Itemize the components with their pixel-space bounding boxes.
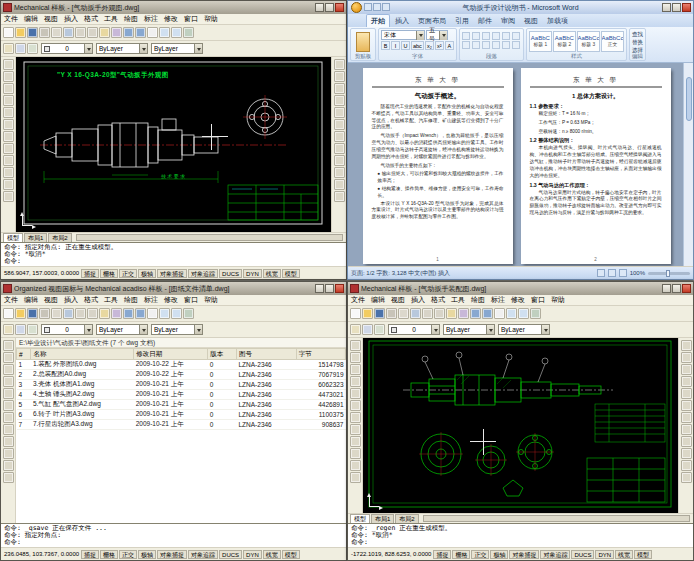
spline-icon[interactable] (350, 424, 361, 435)
editing-button[interactable]: 查找 (632, 31, 643, 38)
status-toggle[interactable]: 栅格 (100, 550, 118, 559)
file-row[interactable]: 3 3.壳体 机体图A1.dwg 2009-10-21 上午 0 LZNA-23… (17, 380, 346, 390)
array-icon[interactable] (334, 107, 345, 118)
rectangle-icon[interactable] (3, 388, 14, 399)
pan-icon[interactable] (147, 308, 158, 319)
arc-icon[interactable] (3, 119, 14, 130)
qnew-icon[interactable] (3, 308, 14, 319)
redo-icon[interactable] (482, 308, 493, 319)
column-header[interactable]: 版本 (208, 349, 237, 360)
font-format-button[interactable]: x₂ (425, 41, 434, 50)
font-format-button[interactable]: abc (411, 41, 424, 50)
menu-item[interactable]: 编辑 (21, 14, 41, 24)
web-layout-view-icon[interactable] (619, 269, 627, 277)
undo-icon[interactable] (123, 308, 134, 319)
font-size-combo[interactable]: 五号 (426, 30, 448, 40)
zoom-window-icon[interactable] (171, 308, 182, 319)
titlebar[interactable]: Mechanical 样板 - [气动扳手外观图.dwg] (1, 1, 346, 14)
layout1-tab[interactable]: 布局1 (24, 233, 47, 242)
status-toggle[interactable]: 栅格 (100, 269, 118, 278)
paste-icon[interactable] (99, 308, 110, 319)
polyline-icon[interactable] (350, 364, 361, 375)
vertical-scrollbar[interactable] (683, 63, 693, 266)
arc-icon[interactable] (350, 400, 361, 411)
linetype-combo[interactable]: ByLayer (498, 324, 550, 335)
make-object-layer-icon[interactable] (374, 324, 385, 335)
text-icon[interactable] (3, 472, 14, 483)
status-toggle[interactable]: DYN (243, 269, 262, 278)
text-icon[interactable] (3, 191, 14, 202)
menu-item[interactable]: 标注 (488, 295, 508, 305)
status-toggle[interactable]: DUCS (571, 550, 594, 559)
maximize-button[interactable] (672, 3, 681, 12)
command-prompt[interactable]: 命令: (4, 539, 343, 546)
menu-item[interactable]: 帮助 (201, 295, 221, 305)
status-toggle[interactable]: 极轴 (138, 269, 156, 278)
close-button[interactable] (335, 3, 344, 12)
menu-item[interactable]: 文件 (1, 295, 21, 305)
menu-item[interactable]: 视图 (388, 295, 408, 305)
copy-object-icon[interactable] (334, 71, 345, 82)
menu-item[interactable]: 绘图 (121, 295, 141, 305)
menu-item[interactable]: 插入 (408, 295, 428, 305)
menu-item[interactable]: 绘图 (121, 14, 141, 24)
copy-icon[interactable] (434, 308, 445, 319)
move-icon[interactable] (681, 400, 692, 411)
sort-icon[interactable] (502, 32, 510, 40)
polyline-icon[interactable] (3, 364, 14, 375)
document-area[interactable]: 东 華 大 學 气动扳手概述。随着现代工业的迅速发展，装配作业的机械化与自动化程… (348, 63, 693, 266)
layer-properties-icon[interactable] (350, 324, 361, 335)
polyline-icon[interactable] (3, 83, 14, 94)
move-icon[interactable] (334, 119, 345, 130)
color-combo[interactable]: ByLayer (443, 324, 495, 335)
status-toggle[interactable]: 线宽 (263, 269, 281, 278)
menu-item[interactable]: 文件 (348, 295, 368, 305)
plot-icon[interactable] (39, 27, 50, 38)
mirror-icon[interactable] (681, 364, 692, 375)
save-icon[interactable] (27, 27, 38, 38)
publish-icon[interactable] (63, 27, 74, 38)
polygon-icon[interactable] (3, 95, 14, 106)
undo-icon[interactable] (123, 27, 134, 38)
properties-icon[interactable] (530, 308, 541, 319)
save-icon[interactable] (364, 3, 372, 11)
align-left-icon[interactable] (462, 41, 470, 49)
circle-icon[interactable] (3, 131, 14, 142)
command-prompt[interactable]: 命令: (4, 258, 343, 265)
menu-item[interactable]: 工具 (448, 295, 468, 305)
rotate-icon[interactable] (334, 131, 345, 142)
full-screen-view-icon[interactable] (608, 269, 616, 277)
cut-icon[interactable] (75, 308, 86, 319)
file-row[interactable]: 2 2.总装配图A0.dwg 2009-10-22 上午 0 LZNA-2346… (17, 370, 346, 380)
circle-icon[interactable] (350, 412, 361, 423)
outdent-icon[interactable] (482, 32, 490, 40)
properties-icon[interactable] (183, 27, 194, 38)
column-header[interactable]: 修改日期 (134, 349, 208, 360)
ribbon-tab[interactable]: 开始 (366, 14, 390, 27)
status-toggle[interactable]: DYN (243, 550, 262, 559)
offset-icon[interactable] (334, 95, 345, 106)
close-button[interactable] (682, 284, 691, 293)
status-toggle[interactable]: 捕捉 (81, 550, 99, 559)
open-icon[interactable] (362, 308, 373, 319)
extend-icon[interactable] (334, 179, 345, 190)
font-format-button[interactable]: B (381, 41, 390, 50)
ribbon-tab[interactable]: 插入 (391, 15, 413, 27)
status-toggle[interactable]: 对象捕捉 (157, 550, 187, 559)
menu-item[interactable]: 修改 (508, 295, 528, 305)
menu-item[interactable]: 工具 (101, 295, 121, 305)
drawing-canvas[interactable]: "Y X 16-Q3A-20型"气动扳手外观图 技 术 要 求 (16, 57, 331, 232)
titlebar[interactable]: 气动扳手设计说明书 - Microsoft Word (348, 1, 693, 14)
status-toggle[interactable]: 对象追踪 (540, 550, 570, 559)
hatch-icon[interactable] (350, 460, 361, 471)
status-toggle[interactable]: 对象追踪 (188, 269, 218, 278)
zoom-realtime-icon[interactable] (159, 308, 170, 319)
erase-icon[interactable] (334, 59, 345, 70)
text-icon[interactable] (350, 472, 361, 483)
rectangle-icon[interactable] (3, 107, 14, 118)
insert-block-icon[interactable] (350, 448, 361, 459)
file-row[interactable]: 1 1.装配 外形图纸0.dwg 2009-10-22 上午 0 LZNA-23… (17, 360, 346, 370)
pan-icon[interactable] (494, 308, 505, 319)
spline-icon[interactable] (3, 143, 14, 154)
scale-icon[interactable] (334, 143, 345, 154)
